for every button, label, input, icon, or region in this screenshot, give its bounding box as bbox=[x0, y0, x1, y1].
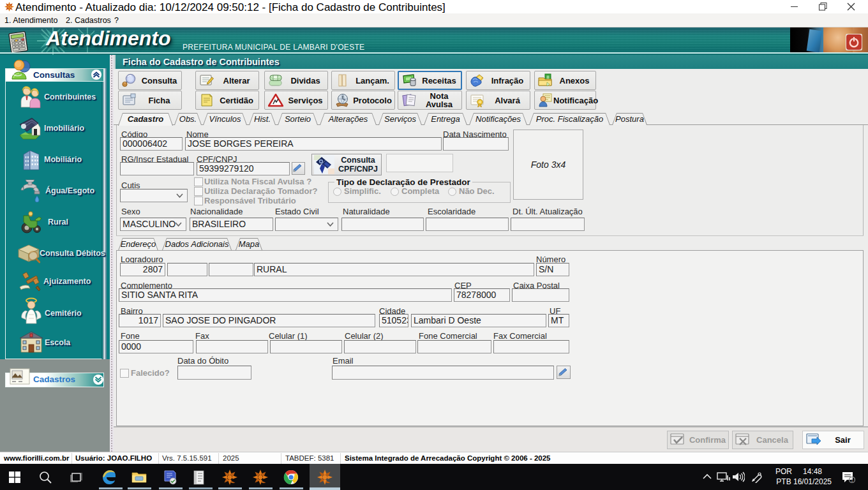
svg-text:1: 1 bbox=[851, 478, 853, 482]
